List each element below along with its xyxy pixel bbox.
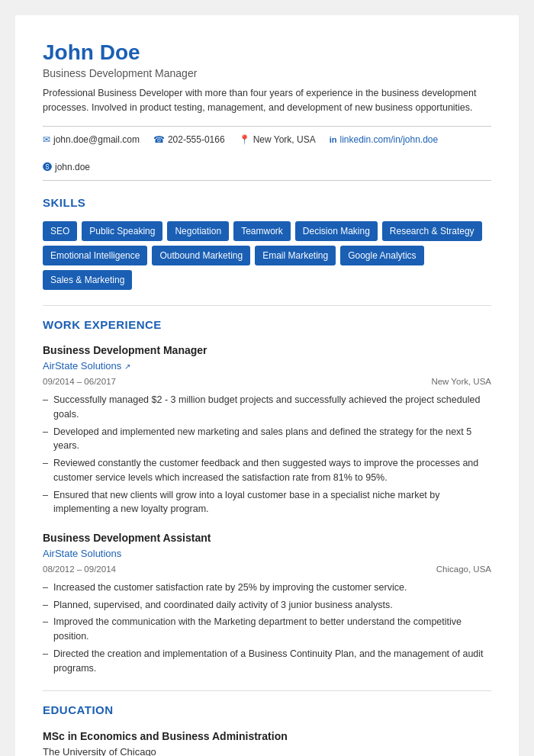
skill-tag: Public Speaking bbox=[82, 221, 162, 241]
skill-tag: SEO bbox=[43, 221, 77, 241]
phone-icon: ☎ bbox=[153, 133, 165, 146]
resume-container: John Doe Business Development Manager Pr… bbox=[15, 15, 519, 756]
work-experience-title: WORK EXPERIENCE bbox=[43, 317, 491, 334]
candidate-title: Business Development Manager bbox=[43, 66, 491, 82]
job-bullet: Improved the communication with the Mark… bbox=[43, 615, 491, 644]
contact-location: 📍 New York, USA bbox=[239, 133, 316, 146]
contact-skype: 🅢 john.doe bbox=[43, 160, 90, 174]
job-item: Business Development ManagerAirState Sol… bbox=[43, 343, 491, 516]
contact-linkedin[interactable]: in linkedin.com/in/john.doe bbox=[330, 133, 439, 146]
job-company: AirState Solutions bbox=[43, 546, 491, 561]
skill-tag: Teamwork bbox=[233, 221, 291, 241]
job-meta: 09/2014 – 06/2017New York, USA bbox=[43, 375, 491, 388]
linkedin-icon: in bbox=[330, 134, 337, 146]
job-dates: 09/2014 – 06/2017 bbox=[43, 375, 116, 388]
job-meta: 08/2012 – 09/2014Chicago, USA bbox=[43, 563, 491, 576]
skill-tag: Emotional Intelligence bbox=[43, 246, 147, 265]
skill-tag: Research & Strategy bbox=[382, 221, 482, 241]
job-bullet: Planned, supervised, and coordinated dai… bbox=[43, 598, 491, 613]
contact-bar: ✉ john.doe@gmail.com ☎ 202-555-0166 📍 Ne… bbox=[43, 126, 491, 181]
job-company: AirState Solutions↗ bbox=[43, 359, 491, 374]
skill-tag: Sales & Marketing bbox=[43, 270, 132, 290]
edu-school: The University of Chicago bbox=[43, 745, 491, 756]
edu-degree: MSc in Economics and Business Administra… bbox=[43, 729, 491, 745]
job-title: Business Development Assistant bbox=[43, 530, 491, 546]
skill-tag: Decision Making bbox=[295, 221, 378, 241]
job-bullet: Successfully managed $2 - 3 million budg… bbox=[43, 393, 491, 422]
job-bullet: Directed the creation and implementation… bbox=[43, 647, 491, 676]
skill-tag: Email Marketing bbox=[255, 246, 336, 265]
jobs-container: Business Development ManagerAirState Sol… bbox=[43, 343, 491, 675]
job-location: New York, USA bbox=[431, 375, 491, 388]
skills-title: SKILLS bbox=[43, 195, 491, 212]
job-dates: 08/2012 – 09/2014 bbox=[43, 563, 116, 576]
job-bullets: Increased the customer satisfaction rate… bbox=[43, 581, 491, 676]
contact-email: ✉ john.doe@gmail.com bbox=[43, 133, 140, 146]
job-bullet: Reviewed constantly the customer feedbac… bbox=[43, 456, 491, 485]
skill-tag: Outbound Marketing bbox=[152, 246, 250, 265]
job-bullet: Developed and implemented new marketing … bbox=[43, 425, 491, 454]
skype-icon: 🅢 bbox=[43, 160, 52, 174]
skills-tags: SEOPublic SpeakingNegotiationTeamworkDec… bbox=[43, 221, 491, 290]
divider-1 bbox=[43, 305, 491, 306]
candidate-summary: Professional Business Developer with mor… bbox=[43, 86, 491, 116]
skills-section: SKILLS SEOPublic SpeakingNegotiationTeam… bbox=[43, 195, 491, 290]
contact-phone: ☎ 202-555-0166 bbox=[153, 133, 225, 146]
education-title: EDUCATION bbox=[43, 702, 491, 719]
resume-header: John Doe Business Development Manager Pr… bbox=[43, 40, 491, 115]
divider-2 bbox=[43, 690, 491, 691]
education-section: EDUCATION MSc in Economics and Business … bbox=[43, 702, 491, 756]
location-icon: 📍 bbox=[239, 133, 250, 146]
job-item: Business Development AssistantAirState S… bbox=[43, 530, 491, 675]
job-bullets: Successfully managed $2 - 3 million budg… bbox=[43, 393, 491, 516]
candidate-name: John Doe bbox=[43, 40, 491, 66]
job-bullet: Ensured that new clients will grow into … bbox=[43, 488, 491, 517]
email-icon: ✉ bbox=[43, 133, 50, 146]
job-location: Chicago, USA bbox=[436, 563, 491, 576]
skill-tag: Negotiation bbox=[167, 221, 229, 241]
work-experience-section: WORK EXPERIENCE Business Development Man… bbox=[43, 317, 491, 676]
job-bullet: Increased the customer satisfaction rate… bbox=[43, 581, 491, 595]
job-title: Business Development Manager bbox=[43, 343, 491, 359]
skill-tag: Google Analytics bbox=[340, 246, 423, 265]
external-link-icon[interactable]: ↗ bbox=[124, 361, 130, 372]
